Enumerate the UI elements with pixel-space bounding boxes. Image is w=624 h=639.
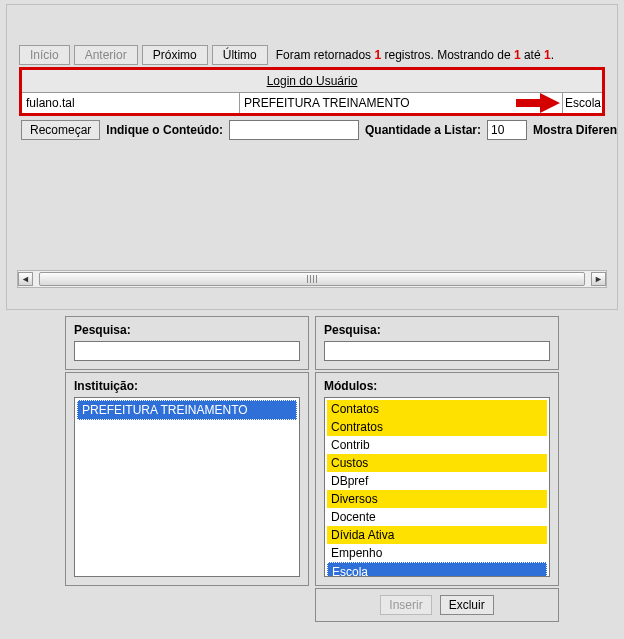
modules-panel: Módulos: ContatosContratosContribCustosD… xyxy=(315,372,559,586)
results-frame: Início Anterior Próximo Último Foram ret… xyxy=(6,4,618,310)
cell-login: fulano.tal xyxy=(22,93,240,113)
to-count: 1 xyxy=(544,48,551,62)
institution-panel: Instituição: PREFEITURA TREINAMENTO xyxy=(65,372,309,586)
summary-text: registros. Mostrando de xyxy=(381,48,514,62)
grip-icon xyxy=(307,275,317,283)
list-item[interactable]: Contrib xyxy=(327,436,547,454)
delete-button[interactable]: Excluir xyxy=(440,595,494,615)
search-left-input[interactable] xyxy=(74,341,300,361)
summary-text: até xyxy=(521,48,544,62)
content-input[interactable] xyxy=(229,120,359,140)
institution-text: PREFEITURA TREINAMENTO xyxy=(244,96,410,110)
controls-row: Recomeçar Indique o Conteúdo: Quantidade… xyxy=(11,116,613,140)
search-left-panel: Pesquisa: xyxy=(65,316,309,370)
arrow-right-icon xyxy=(516,93,560,113)
institution-label: Instituição: xyxy=(74,379,300,393)
summary-text: Foram retornados xyxy=(276,48,375,62)
search-right-label: Pesquisa: xyxy=(324,323,550,337)
right-column: Pesquisa: Módulos: ContatosContratosCont… xyxy=(315,316,559,622)
from-count: 1 xyxy=(514,48,521,62)
list-item[interactable]: Custos xyxy=(327,454,547,472)
quantity-label: Quantidade a Listar: xyxy=(365,123,481,137)
cell-module: Escola xyxy=(562,93,602,113)
scroll-left-button[interactable]: ◄ xyxy=(18,272,33,286)
search-right-panel: Pesquisa: xyxy=(315,316,559,370)
svg-marker-0 xyxy=(516,93,560,113)
insert-button[interactable]: Inserir xyxy=(380,595,431,615)
list-item[interactable]: Empenho xyxy=(327,544,547,562)
next-button[interactable]: Próximo xyxy=(142,45,208,65)
highlighted-row: Login do Usuário fulano.tal PREFEITURA T… xyxy=(19,67,605,116)
content-label: Indique o Conteúdo: xyxy=(106,123,223,137)
scroll-right-button[interactable]: ► xyxy=(591,272,606,286)
modules-label: Módulos: xyxy=(324,379,550,393)
list-item[interactable]: PREFEITURA TREINAMENTO xyxy=(77,400,297,420)
search-left-label: Pesquisa: xyxy=(74,323,300,337)
action-buttons: Inserir Excluir xyxy=(315,588,559,622)
left-column: Pesquisa: Instituição: PREFEITURA TREINA… xyxy=(65,316,309,622)
list-item[interactable]: Contratos xyxy=(327,418,547,436)
summary-text: . xyxy=(551,48,554,62)
list-item[interactable]: Escola xyxy=(327,562,547,577)
search-right-input[interactable] xyxy=(324,341,550,361)
horizontal-scrollbar[interactable]: ◄ ► xyxy=(17,270,607,288)
show-diff-label: Mostra Diferen xyxy=(533,123,617,137)
quantity-input[interactable] xyxy=(487,120,527,140)
results-summary: Foram retornados 1 registros. Mostrando … xyxy=(276,48,554,62)
last-button[interactable]: Último xyxy=(212,45,268,65)
list-item[interactable]: Dívida Ativa xyxy=(327,526,547,544)
restart-button[interactable]: Recomeçar xyxy=(21,120,100,140)
scroll-track[interactable] xyxy=(33,272,591,286)
list-item[interactable]: Docente xyxy=(327,508,547,526)
list-item[interactable]: DBpref xyxy=(327,472,547,490)
first-button[interactable]: Início xyxy=(19,45,70,65)
table-header-login[interactable]: Login do Usuário xyxy=(22,70,602,93)
previous-button[interactable]: Anterior xyxy=(74,45,138,65)
modules-list[interactable]: ContatosContratosContribCustosDBprefDive… xyxy=(324,397,550,577)
cell-institution: PREFEITURA TREINAMENTO xyxy=(240,93,562,113)
pagination-row: Início Anterior Próximo Último Foram ret… xyxy=(11,45,613,65)
list-item[interactable]: Contatos xyxy=(327,400,547,418)
scroll-thumb[interactable] xyxy=(39,272,585,286)
table-row[interactable]: fulano.tal PREFEITURA TREINAMENTO Escola xyxy=(22,93,602,113)
list-item[interactable]: Diversos xyxy=(327,490,547,508)
lower-panels: Pesquisa: Instituição: PREFEITURA TREINA… xyxy=(0,316,624,628)
institution-list[interactable]: PREFEITURA TREINAMENTO xyxy=(74,397,300,577)
